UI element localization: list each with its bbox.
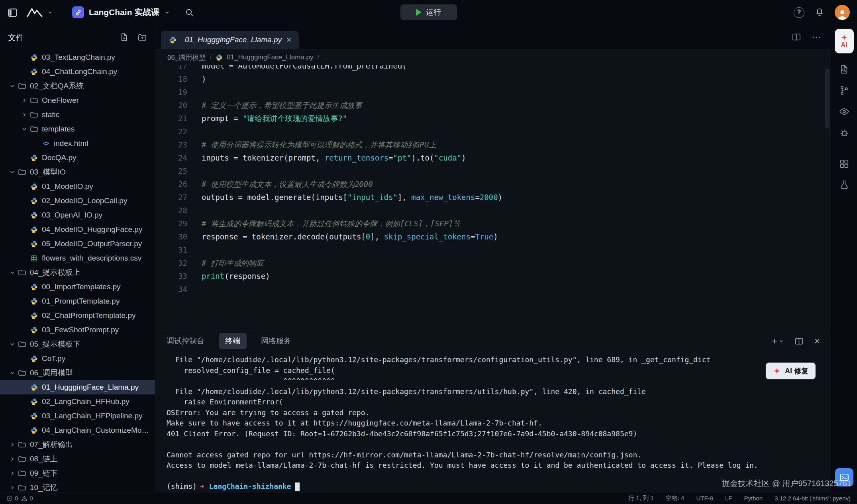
notifications-icon[interactable] xyxy=(815,8,824,17)
tree-file[interactable]: CoT.py xyxy=(0,351,155,366)
tree-file[interactable]: 04_ModelIO_HuggingFace.py xyxy=(0,222,155,237)
chevron-down-icon[interactable] xyxy=(7,341,18,347)
code-editor[interactable]: 17model = AutoModelForCausalLM.from_pret… xyxy=(155,65,831,329)
chevron-right-icon[interactable] xyxy=(19,97,29,104)
tree-folder[interactable]: 06_调用模型 xyxy=(0,366,155,380)
debug-icon[interactable] xyxy=(839,127,849,138)
chevron-right-icon[interactable] xyxy=(7,441,18,448)
prompt-cwd: LangChain-shizhanke xyxy=(209,481,291,492)
breadcrumb-folder[interactable]: 06_调用模型 xyxy=(167,53,206,62)
chevron-right-icon[interactable] xyxy=(19,112,29,118)
file-label: 00_ImportTemplates.py xyxy=(42,282,125,291)
tree-file[interactable]: 02_ModelIO_LoopCall.py xyxy=(0,194,155,208)
file-label: 07_解析输出 xyxy=(30,439,77,450)
git-branch-icon[interactable] xyxy=(839,85,849,96)
tree-file[interactable]: 01_PromptTemplate.py xyxy=(0,294,155,308)
panel-new-icon[interactable]: + xyxy=(772,335,784,347)
chevron-down-icon[interactable] xyxy=(7,269,18,276)
tree-file[interactable]: 03_OpenAI_IO.py xyxy=(0,208,155,222)
editor-tab-active[interactable]: 01_HugggingFace_Llama.py ✕ xyxy=(161,31,299,49)
chevron-down-icon[interactable] xyxy=(7,370,18,376)
tab-close-icon[interactable]: ✕ xyxy=(286,36,292,44)
new-folder-icon[interactable] xyxy=(137,33,147,42)
file-search-icon[interactable] xyxy=(839,64,849,75)
tree-file[interactable]: 04_LangChain_CustomizeMod... xyxy=(0,423,155,437)
tree-file[interactable]: 01_HugggingFace_Llama.py xyxy=(0,380,155,394)
tree-file[interactable]: <>index.html xyxy=(0,136,155,151)
terminal[interactable]: File "/home/cloudide/.local/lib/python3.… xyxy=(155,353,831,492)
panel-close-icon[interactable]: ✕ xyxy=(814,337,820,346)
panel-split-icon[interactable] xyxy=(794,337,804,346)
tree-file[interactable]: 01_ModelIO.py xyxy=(0,179,155,194)
tree-file[interactable]: 05_ModelIO_OutputParser.py xyxy=(0,237,155,251)
ai-assistant-button[interactable]: AI xyxy=(835,29,854,53)
interpreter[interactable]: 3.12.2 64-bit ('shims': pyenv) xyxy=(775,495,851,502)
tree-folder[interactable]: OneFlower xyxy=(0,93,155,108)
tree-file[interactable]: flowers_with_descriptions.csv xyxy=(0,251,155,265)
tree-folder[interactable]: 02_文档QA系统 xyxy=(0,79,155,93)
tree-folder[interactable]: 08_链上 xyxy=(0,452,155,466)
tree-file[interactable]: DocQA.py xyxy=(0,151,155,165)
preview-icon[interactable] xyxy=(839,106,849,117)
tree-file[interactable]: 00_ImportTemplates.py xyxy=(0,280,155,294)
tree-folder[interactable]: 04_提示模板上 xyxy=(0,265,155,280)
chevron-right-icon[interactable] xyxy=(7,484,18,491)
chevron-down-icon xyxy=(164,10,170,16)
line-number: 23 xyxy=(155,138,187,151)
chevron-right-icon[interactable] xyxy=(7,470,18,477)
extensions-icon[interactable] xyxy=(839,159,849,169)
tests-icon[interactable] xyxy=(839,180,849,190)
more-actions-icon[interactable]: ⋯ xyxy=(812,35,822,39)
panel-tab[interactable]: 网络服务 xyxy=(261,336,291,346)
chevron-down-icon[interactable] xyxy=(19,126,29,132)
tree-folder[interactable]: 05_提示模板下 xyxy=(0,337,155,351)
tree-file[interactable]: 03_TextLangChain.py xyxy=(0,50,155,65)
tree-folder[interactable]: static xyxy=(0,108,155,122)
tree-file[interactable]: 02_ChatPromptTemplate.py xyxy=(0,308,155,323)
line-number: 21 xyxy=(155,112,187,125)
breadcrumb-more[interactable]: ... xyxy=(323,53,329,61)
file-label: index.html xyxy=(54,139,92,148)
panel-tab[interactable]: 调试控制台 xyxy=(167,336,204,346)
encoding[interactable]: UTF-8 xyxy=(696,495,713,502)
statusbar: 0 0 行 1, 列 1 空格: 4 UTF-8 LF Python 3.12.… xyxy=(0,492,857,504)
tree-folder[interactable]: templates xyxy=(0,122,155,136)
tree-folder[interactable]: 10_记忆 xyxy=(0,480,155,492)
tree-folder[interactable]: 09_链下 xyxy=(0,466,155,480)
sidebar-toggle-icon[interactable] xyxy=(7,7,18,18)
eol[interactable]: LF xyxy=(725,495,732,502)
terminal-line: Make sure to have access to it at https:… xyxy=(167,418,831,429)
ai-fix-button[interactable]: AI 修复 xyxy=(766,363,816,379)
new-file-icon[interactable] xyxy=(120,33,129,42)
avatar[interactable] xyxy=(835,5,850,20)
tree-file[interactable]: 02_LangChain_HFHub.py xyxy=(0,394,155,409)
tree-folder[interactable]: 03_模型IO xyxy=(0,165,155,179)
file-label: OneFlower xyxy=(42,96,83,105)
app-logo[interactable] xyxy=(26,7,53,18)
split-editor-icon[interactable] xyxy=(792,32,801,42)
editor-tabstrip: 01_HugggingFace_Llama.py ✕ ⋯ xyxy=(155,25,831,49)
topbar: LangChain 实战课 运行 ? xyxy=(0,0,857,25)
help-icon[interactable]: ? xyxy=(794,7,804,18)
tree-file[interactable]: 03_FewShotPrompt.py xyxy=(0,323,155,337)
code-line: 32# 打印生成的响应 xyxy=(155,257,831,270)
project-switcher[interactable]: LangChain 实战课 xyxy=(72,6,170,18)
tree-file[interactable]: 03_LangChain_HFPipeline.py xyxy=(0,409,155,423)
chevron-right-icon[interactable] xyxy=(7,456,18,462)
chevron-down-icon[interactable] xyxy=(7,83,18,89)
chevron-down-icon[interactable] xyxy=(7,169,18,175)
run-button[interactable]: 运行 xyxy=(400,4,457,20)
breadcrumb-file[interactable]: 01_HugggingFace_Llama.py xyxy=(227,53,313,61)
problems-warnings[interactable]: 0 xyxy=(21,495,33,502)
folder-icon xyxy=(18,455,26,463)
problems-errors[interactable]: 0 xyxy=(6,495,18,502)
editor-scrollbar[interactable] xyxy=(825,69,830,128)
cursor-position[interactable]: 行 1, 列 1 xyxy=(628,494,653,502)
tree-folder[interactable]: 07_解析输出 xyxy=(0,437,155,452)
indent-setting[interactable]: 空格: 4 xyxy=(666,494,684,502)
search-icon[interactable] xyxy=(184,8,194,18)
panel-tab-active[interactable]: 终端 xyxy=(219,333,247,349)
language-mode[interactable]: Python xyxy=(744,495,763,502)
python-file-icon xyxy=(29,311,38,320)
tree-file[interactable]: 04_ChatLongChain.py xyxy=(0,65,155,79)
